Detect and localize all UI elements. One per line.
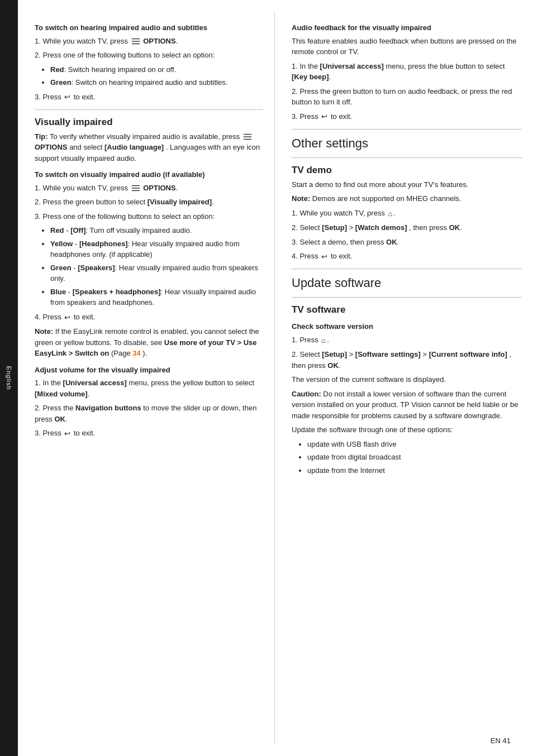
back-icon-2: ↩ [64,312,70,323]
tv-demo-p1: Start a demo to find out more about your… [292,179,522,190]
note-para: Note: If the EasyLink remote control is … [35,326,263,359]
hearing-step3: 3. Press ↩ to exit. [35,92,263,103]
hearing-bullet-2: Green: Switch on hearing impaired audio … [50,77,263,88]
tv-software-title: TV software [292,304,522,315]
hearing-title: To switch on hearing impaired audio and … [35,22,263,34]
tip-para: Tip: To verify whether visually impaired… [35,131,263,164]
check-version-title: Check software version [292,321,522,332]
update-bullet-2: update from digital broadcast [307,452,522,463]
back-icon-1: ↩ [64,92,70,103]
options-icon-2 [243,133,252,141]
switch-step4: 4. Press ↩ to exit. [35,312,263,323]
main-content: To switch on hearing impaired audio and … [18,0,533,756]
switch-step1: 1. While you watch TV, press OPTIONS. [35,183,263,194]
options-icon-1 [131,37,140,45]
update-bullet-3: update from the Internet [307,465,522,476]
page: English To switch on hearing impaired au… [0,0,533,756]
audio-feedback-p1: This feature enables audio feedback when… [292,36,522,58]
divider-4 [292,269,522,269]
left-column: To switch on hearing impaired audio and … [18,11,275,745]
options-icon-3 [131,184,140,192]
tv-demo-step4: 4. Press ↩ to exit. [292,251,522,262]
check-step1: 1. Press ⌂. [292,334,522,346]
update-bullet-1: update with USB flash drive [307,439,522,450]
adjust-step3: 3. Press ↩ to exit. [35,428,263,439]
audio-step3: 3. Press ↩ to exit. [292,111,522,122]
caution-para: Caution: Do not install a lower version … [292,389,522,422]
divider-1 [35,109,263,110]
tv-demo-step3: 3. Select a demo, then press OK. [292,237,522,248]
adjust-step2: 2. Press the Navigation buttons to move … [35,403,263,424]
divider-3 [292,157,522,158]
right-column: Audio feedback for the visually impaired… [275,11,533,745]
back-icon-5: ↩ [321,251,327,262]
visually-bullet-2: Yellow - [Headphones]: Hear visually imp… [50,238,263,260]
visually-impaired-title: Visually impaired [35,117,263,128]
audio-feedback-title: Audio feedback for the visually impaired [292,22,522,34]
sidebar-label: English [6,366,12,390]
check-step2: 2. Select [Setup] > [Software settings] … [292,349,522,371]
home-icon-1: ⌂ [388,208,393,219]
visually-bullet-1: Red - [Off]: Turn off visually impaired … [50,225,263,236]
check-p1: The version of the current software is d… [292,374,522,385]
update-p1: Update the software through one of these… [292,424,522,436]
update-software-title: Update software [292,276,522,290]
back-icon-3: ↩ [64,428,70,439]
update-bullets: update with USB flash drive update from … [292,439,522,476]
switch-step2: 2. Press the green button to select [Vis… [35,197,263,208]
page-number: EN 41 [491,736,511,745]
tv-demo-step2: 2. Select [Setup] > [Watch demos] , then… [292,222,522,233]
switch-visually-title: To switch on visually impaired audio (if… [35,169,263,180]
visually-bullet-3: Green - [Speakers]: Hear visually impair… [50,262,263,284]
sidebar: English [0,0,18,756]
visually-bullet-4: Blue - [Speakers + headphones]: Hear vis… [50,286,263,308]
hearing-step2: 2. Press one of the following buttons to… [35,50,263,61]
hearing-bullets: Red: Switch hearing impaired on or off. … [35,64,263,88]
adjust-title: Adjust volume for the visually impaired [35,365,263,376]
tv-demo-note: Note: Demos are not supported on MHEG ch… [292,193,522,204]
adjust-step1: 1. In the [Universal access] menu, press… [35,377,263,399]
hearing-step1: 1. While you watch TV, press OPTIONS. [35,36,263,47]
audio-step1: 1. In the [Universal access] menu, press… [292,61,522,83]
switch-step3: 3. Press one of the following buttons to… [35,211,263,222]
hearing-bullet-1: Red: Switch hearing impaired on or off. [50,64,263,75]
home-icon-2: ⌂ [321,335,326,346]
tv-demo-step1: 1. While you watch TV, press ⌂. [292,208,522,219]
audio-step2: 2. Press the green button to turn on aud… [292,86,522,108]
back-icon-4: ↩ [321,111,327,122]
divider-5 [292,297,522,298]
visually-bullets: Red - [Off]: Turn off visually impaired … [35,225,263,308]
tv-demo-title: TV demo [292,165,522,176]
other-settings-title: Other settings [292,136,522,151]
divider-2 [292,129,522,130]
